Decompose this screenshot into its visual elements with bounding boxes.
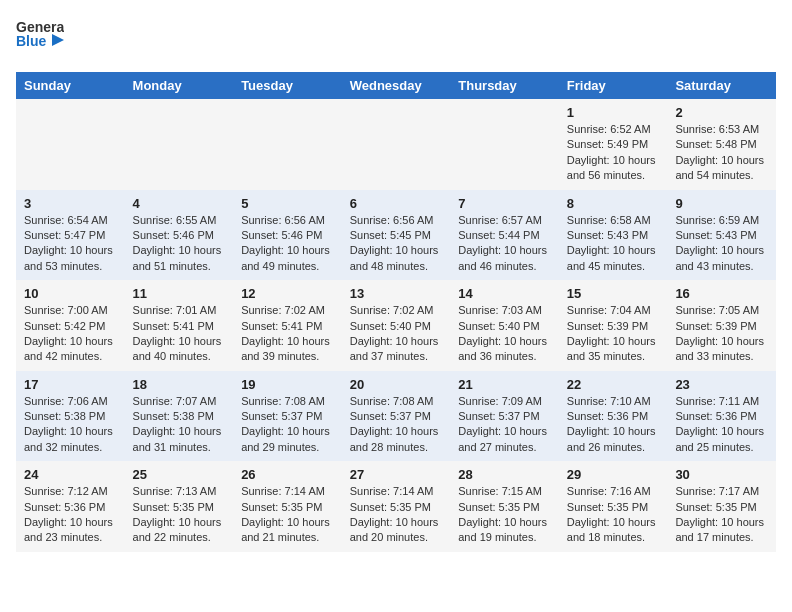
calendar-cell: 28Sunrise: 7:15 AMSunset: 5:35 PMDayligh… xyxy=(450,461,559,552)
day-info: Sunrise: 6:58 AMSunset: 5:43 PMDaylight:… xyxy=(567,213,660,275)
calendar-week-3: 10Sunrise: 7:00 AMSunset: 5:42 PMDayligh… xyxy=(16,280,776,371)
day-info: Sunrise: 7:06 AMSunset: 5:38 PMDaylight:… xyxy=(24,394,117,456)
day-info: Sunrise: 7:12 AMSunset: 5:36 PMDaylight:… xyxy=(24,484,117,546)
calendar-cell: 7Sunrise: 6:57 AMSunset: 5:44 PMDaylight… xyxy=(450,190,559,281)
day-number: 3 xyxy=(24,196,117,211)
calendar-cell: 18Sunrise: 7:07 AMSunset: 5:38 PMDayligh… xyxy=(125,371,234,462)
day-number: 16 xyxy=(675,286,768,301)
day-info: Sunrise: 6:52 AMSunset: 5:49 PMDaylight:… xyxy=(567,122,660,184)
calendar-cell: 17Sunrise: 7:06 AMSunset: 5:38 PMDayligh… xyxy=(16,371,125,462)
calendar-body: 1Sunrise: 6:52 AMSunset: 5:49 PMDaylight… xyxy=(16,99,776,552)
calendar-cell: 5Sunrise: 6:56 AMSunset: 5:46 PMDaylight… xyxy=(233,190,342,281)
calendar-cell: 14Sunrise: 7:03 AMSunset: 5:40 PMDayligh… xyxy=(450,280,559,371)
calendar-cell: 29Sunrise: 7:16 AMSunset: 5:35 PMDayligh… xyxy=(559,461,668,552)
calendar-cell: 30Sunrise: 7:17 AMSunset: 5:35 PMDayligh… xyxy=(667,461,776,552)
day-info: Sunrise: 7:17 AMSunset: 5:35 PMDaylight:… xyxy=(675,484,768,546)
day-number: 24 xyxy=(24,467,117,482)
day-info: Sunrise: 6:56 AMSunset: 5:45 PMDaylight:… xyxy=(350,213,443,275)
calendar-cell xyxy=(16,99,125,190)
svg-text:Blue: Blue xyxy=(16,33,47,49)
day-info: Sunrise: 6:53 AMSunset: 5:48 PMDaylight:… xyxy=(675,122,768,184)
day-number: 7 xyxy=(458,196,551,211)
day-number: 5 xyxy=(241,196,334,211)
day-number: 25 xyxy=(133,467,226,482)
svg-marker-2 xyxy=(52,34,64,46)
calendar-table: SundayMondayTuesdayWednesdayThursdayFrid… xyxy=(16,72,776,552)
calendar-cell: 26Sunrise: 7:14 AMSunset: 5:35 PMDayligh… xyxy=(233,461,342,552)
day-info: Sunrise: 7:08 AMSunset: 5:37 PMDaylight:… xyxy=(241,394,334,456)
calendar-cell: 21Sunrise: 7:09 AMSunset: 5:37 PMDayligh… xyxy=(450,371,559,462)
day-number: 23 xyxy=(675,377,768,392)
day-info: Sunrise: 7:15 AMSunset: 5:35 PMDaylight:… xyxy=(458,484,551,546)
calendar-cell xyxy=(342,99,451,190)
calendar-cell: 11Sunrise: 7:01 AMSunset: 5:41 PMDayligh… xyxy=(125,280,234,371)
day-number: 8 xyxy=(567,196,660,211)
calendar-cell: 24Sunrise: 7:12 AMSunset: 5:36 PMDayligh… xyxy=(16,461,125,552)
day-number: 22 xyxy=(567,377,660,392)
calendar-cell: 13Sunrise: 7:02 AMSunset: 5:40 PMDayligh… xyxy=(342,280,451,371)
day-info: Sunrise: 7:10 AMSunset: 5:36 PMDaylight:… xyxy=(567,394,660,456)
calendar-cell: 6Sunrise: 6:56 AMSunset: 5:45 PMDaylight… xyxy=(342,190,451,281)
day-number: 21 xyxy=(458,377,551,392)
calendar-week-1: 1Sunrise: 6:52 AMSunset: 5:49 PMDaylight… xyxy=(16,99,776,190)
calendar-week-4: 17Sunrise: 7:06 AMSunset: 5:38 PMDayligh… xyxy=(16,371,776,462)
header-row: SundayMondayTuesdayWednesdayThursdayFrid… xyxy=(16,72,776,99)
calendar-cell: 12Sunrise: 7:02 AMSunset: 5:41 PMDayligh… xyxy=(233,280,342,371)
header-cell-monday: Monday xyxy=(125,72,234,99)
day-number: 19 xyxy=(241,377,334,392)
header-cell-thursday: Thursday xyxy=(450,72,559,99)
calendar-cell: 20Sunrise: 7:08 AMSunset: 5:37 PMDayligh… xyxy=(342,371,451,462)
day-number: 13 xyxy=(350,286,443,301)
day-number: 6 xyxy=(350,196,443,211)
day-number: 10 xyxy=(24,286,117,301)
day-info: Sunrise: 6:54 AMSunset: 5:47 PMDaylight:… xyxy=(24,213,117,275)
day-info: Sunrise: 7:08 AMSunset: 5:37 PMDaylight:… xyxy=(350,394,443,456)
calendar-cell: 10Sunrise: 7:00 AMSunset: 5:42 PMDayligh… xyxy=(16,280,125,371)
calendar-cell: 27Sunrise: 7:14 AMSunset: 5:35 PMDayligh… xyxy=(342,461,451,552)
day-number: 1 xyxy=(567,105,660,120)
day-number: 12 xyxy=(241,286,334,301)
day-info: Sunrise: 7:04 AMSunset: 5:39 PMDaylight:… xyxy=(567,303,660,365)
day-number: 9 xyxy=(675,196,768,211)
calendar-header: SundayMondayTuesdayWednesdayThursdayFrid… xyxy=(16,72,776,99)
calendar-cell: 3Sunrise: 6:54 AMSunset: 5:47 PMDaylight… xyxy=(16,190,125,281)
day-info: Sunrise: 7:02 AMSunset: 5:41 PMDaylight:… xyxy=(241,303,334,365)
page-header: General Blue xyxy=(16,16,776,60)
day-number: 28 xyxy=(458,467,551,482)
day-info: Sunrise: 7:14 AMSunset: 5:35 PMDaylight:… xyxy=(350,484,443,546)
calendar-cell: 1Sunrise: 6:52 AMSunset: 5:49 PMDaylight… xyxy=(559,99,668,190)
calendar-cell: 25Sunrise: 7:13 AMSunset: 5:35 PMDayligh… xyxy=(125,461,234,552)
day-info: Sunrise: 6:55 AMSunset: 5:46 PMDaylight:… xyxy=(133,213,226,275)
day-number: 2 xyxy=(675,105,768,120)
calendar-cell: 15Sunrise: 7:04 AMSunset: 5:39 PMDayligh… xyxy=(559,280,668,371)
logo-icon: General Blue xyxy=(16,16,64,60)
day-info: Sunrise: 6:56 AMSunset: 5:46 PMDaylight:… xyxy=(241,213,334,275)
calendar-cell: 19Sunrise: 7:08 AMSunset: 5:37 PMDayligh… xyxy=(233,371,342,462)
calendar-cell xyxy=(125,99,234,190)
day-info: Sunrise: 7:02 AMSunset: 5:40 PMDaylight:… xyxy=(350,303,443,365)
logo: General Blue xyxy=(16,16,64,60)
day-info: Sunrise: 7:00 AMSunset: 5:42 PMDaylight:… xyxy=(24,303,117,365)
day-info: Sunrise: 6:57 AMSunset: 5:44 PMDaylight:… xyxy=(458,213,551,275)
header-cell-wednesday: Wednesday xyxy=(342,72,451,99)
day-info: Sunrise: 7:11 AMSunset: 5:36 PMDaylight:… xyxy=(675,394,768,456)
calendar-cell: 4Sunrise: 6:55 AMSunset: 5:46 PMDaylight… xyxy=(125,190,234,281)
day-number: 15 xyxy=(567,286,660,301)
header-cell-sunday: Sunday xyxy=(16,72,125,99)
calendar-cell: 8Sunrise: 6:58 AMSunset: 5:43 PMDaylight… xyxy=(559,190,668,281)
day-info: Sunrise: 7:07 AMSunset: 5:38 PMDaylight:… xyxy=(133,394,226,456)
day-number: 11 xyxy=(133,286,226,301)
calendar-cell xyxy=(233,99,342,190)
day-number: 14 xyxy=(458,286,551,301)
calendar-cell: 23Sunrise: 7:11 AMSunset: 5:36 PMDayligh… xyxy=(667,371,776,462)
day-number: 29 xyxy=(567,467,660,482)
calendar-week-2: 3Sunrise: 6:54 AMSunset: 5:47 PMDaylight… xyxy=(16,190,776,281)
day-info: Sunrise: 7:16 AMSunset: 5:35 PMDaylight:… xyxy=(567,484,660,546)
day-info: Sunrise: 7:13 AMSunset: 5:35 PMDaylight:… xyxy=(133,484,226,546)
day-number: 4 xyxy=(133,196,226,211)
day-number: 30 xyxy=(675,467,768,482)
calendar-cell xyxy=(450,99,559,190)
calendar-cell: 9Sunrise: 6:59 AMSunset: 5:43 PMDaylight… xyxy=(667,190,776,281)
day-info: Sunrise: 7:14 AMSunset: 5:35 PMDaylight:… xyxy=(241,484,334,546)
day-number: 17 xyxy=(24,377,117,392)
